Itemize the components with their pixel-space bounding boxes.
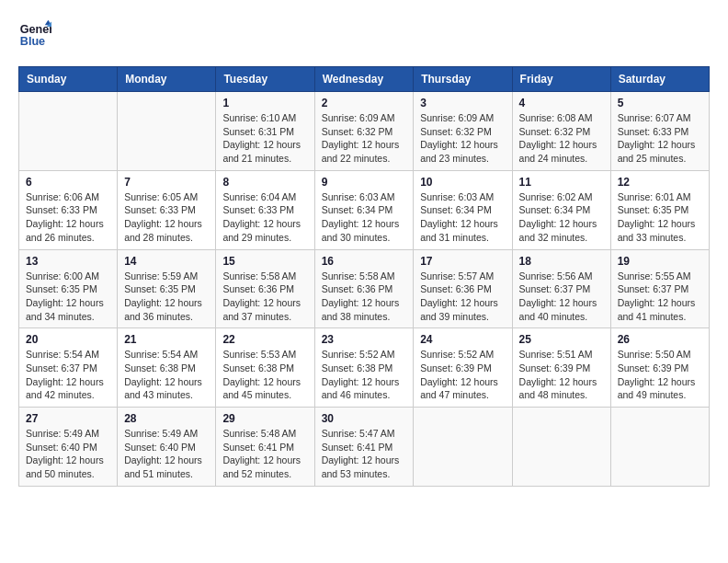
day-number: 21 xyxy=(124,333,209,346)
calendar-cell: 2Sunrise: 6:09 AMSunset: 6:32 PMDaylight… xyxy=(314,92,414,171)
column-header-monday: Monday xyxy=(118,67,216,92)
page-header: General Blue xyxy=(18,18,710,52)
day-number: 4 xyxy=(519,97,604,109)
day-info: Sunrise: 5:53 AMSunset: 6:38 PMDaylight:… xyxy=(222,348,307,402)
day-info: Sunrise: 6:07 AMSunset: 6:33 PMDaylight:… xyxy=(618,111,702,166)
day-number: 29 xyxy=(222,412,307,425)
day-number: 6 xyxy=(26,176,110,189)
day-number: 11 xyxy=(519,176,604,189)
calendar-week-row: 13Sunrise: 6:00 AMSunset: 6:35 PMDayligh… xyxy=(19,249,710,328)
day-number: 7 xyxy=(124,176,209,189)
day-number: 15 xyxy=(222,255,307,268)
day-info: Sunrise: 5:52 AMSunset: 6:39 PMDaylight:… xyxy=(420,348,505,402)
calendar-cell: 18Sunrise: 5:56 AMSunset: 6:37 PMDayligh… xyxy=(512,249,610,328)
calendar-cell: 27Sunrise: 5:49 AMSunset: 6:40 PMDayligh… xyxy=(19,408,118,487)
day-number: 13 xyxy=(26,255,110,268)
logo: General Blue xyxy=(18,18,55,52)
calendar-cell: 14Sunrise: 5:59 AMSunset: 6:35 PMDayligh… xyxy=(118,249,216,328)
day-number: 2 xyxy=(322,97,407,109)
day-info: Sunrise: 5:54 AMSunset: 6:38 PMDaylight:… xyxy=(124,348,209,402)
calendar-cell: 15Sunrise: 5:58 AMSunset: 6:36 PMDayligh… xyxy=(216,249,314,328)
calendar-cell: 25Sunrise: 5:51 AMSunset: 6:39 PMDayligh… xyxy=(512,328,610,408)
calendar-cell: 4Sunrise: 6:08 AMSunset: 6:32 PMDaylight… xyxy=(512,92,610,171)
day-number: 19 xyxy=(618,255,702,268)
day-number: 10 xyxy=(420,176,505,189)
calendar-cell: 24Sunrise: 5:52 AMSunset: 6:39 PMDayligh… xyxy=(414,328,512,408)
svg-text:Blue: Blue xyxy=(20,35,45,48)
day-info: Sunrise: 5:49 AMSunset: 6:40 PMDaylight:… xyxy=(124,427,209,481)
calendar-cell: 21Sunrise: 5:54 AMSunset: 6:38 PMDayligh… xyxy=(118,328,216,408)
day-info: Sunrise: 6:08 AMSunset: 6:32 PMDaylight:… xyxy=(519,111,604,166)
column-header-sunday: Sunday xyxy=(19,67,118,92)
calendar-cell: 8Sunrise: 6:04 AMSunset: 6:33 PMDaylight… xyxy=(216,170,314,249)
calendar-cell: 12Sunrise: 6:01 AMSunset: 6:35 PMDayligh… xyxy=(610,170,709,249)
day-number: 24 xyxy=(420,333,505,346)
calendar-cell: 20Sunrise: 5:54 AMSunset: 6:37 PMDayligh… xyxy=(19,328,118,408)
column-header-friday: Friday xyxy=(512,67,610,92)
calendar-cell: 10Sunrise: 6:03 AMSunset: 6:34 PMDayligh… xyxy=(414,170,512,249)
calendar-cell: 6Sunrise: 6:06 AMSunset: 6:33 PMDaylight… xyxy=(19,170,118,249)
calendar-cell: 29Sunrise: 5:48 AMSunset: 6:41 PMDayligh… xyxy=(216,408,314,487)
day-number: 5 xyxy=(618,97,702,109)
calendar-cell: 22Sunrise: 5:53 AMSunset: 6:38 PMDayligh… xyxy=(216,328,314,408)
day-number: 22 xyxy=(222,333,307,346)
day-info: Sunrise: 6:05 AMSunset: 6:33 PMDaylight:… xyxy=(124,190,209,245)
calendar-cell: 9Sunrise: 6:03 AMSunset: 6:34 PMDaylight… xyxy=(314,170,414,249)
calendar-cell: 5Sunrise: 6:07 AMSunset: 6:33 PMDaylight… xyxy=(610,92,709,171)
day-info: Sunrise: 6:09 AMSunset: 6:32 PMDaylight:… xyxy=(420,111,505,166)
calendar-cell: 13Sunrise: 6:00 AMSunset: 6:35 PMDayligh… xyxy=(19,249,118,328)
day-info: Sunrise: 5:51 AMSunset: 6:39 PMDaylight:… xyxy=(519,348,604,402)
day-number: 16 xyxy=(322,255,407,268)
day-number: 8 xyxy=(222,176,307,189)
column-header-saturday: Saturday xyxy=(610,67,709,92)
calendar-cell: 7Sunrise: 6:05 AMSunset: 6:33 PMDaylight… xyxy=(118,170,216,249)
calendar-cell xyxy=(19,92,118,171)
calendar-cell: 26Sunrise: 5:50 AMSunset: 6:39 PMDayligh… xyxy=(610,328,709,408)
day-info: Sunrise: 6:01 AMSunset: 6:35 PMDaylight:… xyxy=(618,190,702,245)
calendar-cell: 1Sunrise: 6:10 AMSunset: 6:31 PMDaylight… xyxy=(216,92,314,171)
calendar-cell xyxy=(512,408,610,487)
calendar-cell: 19Sunrise: 5:55 AMSunset: 6:37 PMDayligh… xyxy=(610,249,709,328)
day-number: 23 xyxy=(322,333,407,346)
day-info: Sunrise: 5:58 AMSunset: 6:36 PMDaylight:… xyxy=(222,270,307,324)
day-info: Sunrise: 5:49 AMSunset: 6:40 PMDaylight:… xyxy=(26,427,110,481)
day-number: 9 xyxy=(322,176,407,189)
day-number: 27 xyxy=(26,412,110,425)
logo-icon: General Blue xyxy=(18,18,51,52)
calendar-cell: 16Sunrise: 5:58 AMSunset: 6:36 PMDayligh… xyxy=(314,249,414,328)
calendar-week-row: 20Sunrise: 5:54 AMSunset: 6:37 PMDayligh… xyxy=(19,328,710,408)
day-number: 30 xyxy=(322,412,407,425)
calendar-cell: 11Sunrise: 6:02 AMSunset: 6:34 PMDayligh… xyxy=(512,170,610,249)
day-number: 1 xyxy=(222,97,307,109)
day-info: Sunrise: 6:03 AMSunset: 6:34 PMDaylight:… xyxy=(322,190,407,245)
calendar-cell xyxy=(118,92,216,171)
day-number: 3 xyxy=(420,97,505,109)
calendar-week-row: 1Sunrise: 6:10 AMSunset: 6:31 PMDaylight… xyxy=(19,92,710,171)
day-info: Sunrise: 6:02 AMSunset: 6:34 PMDaylight:… xyxy=(519,190,604,245)
calendar-cell: 28Sunrise: 5:49 AMSunset: 6:40 PMDayligh… xyxy=(118,408,216,487)
day-info: Sunrise: 5:59 AMSunset: 6:35 PMDaylight:… xyxy=(124,270,209,324)
day-info: Sunrise: 6:03 AMSunset: 6:34 PMDaylight:… xyxy=(420,190,505,245)
column-header-tuesday: Tuesday xyxy=(216,67,314,92)
calendar-cell: 23Sunrise: 5:52 AMSunset: 6:38 PMDayligh… xyxy=(314,328,414,408)
day-info: Sunrise: 5:56 AMSunset: 6:37 PMDaylight:… xyxy=(519,270,604,324)
column-header-thursday: Thursday xyxy=(414,67,512,92)
day-number: 20 xyxy=(26,333,110,346)
day-number: 18 xyxy=(519,255,604,268)
day-info: Sunrise: 5:58 AMSunset: 6:36 PMDaylight:… xyxy=(322,270,407,324)
calendar-header-row: SundayMondayTuesdayWednesdayThursdayFrid… xyxy=(19,67,710,92)
day-info: Sunrise: 5:50 AMSunset: 6:39 PMDaylight:… xyxy=(618,348,702,402)
day-number: 28 xyxy=(124,412,209,425)
calendar-cell xyxy=(414,408,512,487)
day-info: Sunrise: 6:00 AMSunset: 6:35 PMDaylight:… xyxy=(26,270,110,324)
calendar-cell: 30Sunrise: 5:47 AMSunset: 6:41 PMDayligh… xyxy=(314,408,414,487)
day-info: Sunrise: 5:54 AMSunset: 6:37 PMDaylight:… xyxy=(26,348,110,402)
day-info: Sunrise: 6:06 AMSunset: 6:33 PMDaylight:… xyxy=(26,190,110,245)
calendar-table: SundayMondayTuesdayWednesdayThursdayFrid… xyxy=(18,66,710,487)
calendar-cell xyxy=(610,408,709,487)
day-info: Sunrise: 5:55 AMSunset: 6:37 PMDaylight:… xyxy=(618,270,702,324)
calendar-cell: 17Sunrise: 5:57 AMSunset: 6:36 PMDayligh… xyxy=(414,249,512,328)
column-header-wednesday: Wednesday xyxy=(314,67,414,92)
day-info: Sunrise: 5:57 AMSunset: 6:36 PMDaylight:… xyxy=(420,270,505,324)
day-number: 14 xyxy=(124,255,209,268)
